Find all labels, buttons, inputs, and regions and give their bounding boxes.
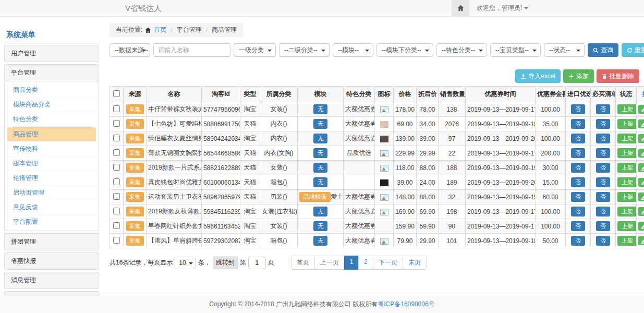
row-checkbox[interactable] xyxy=(113,178,120,185)
edit-button[interactable] xyxy=(638,192,644,201)
home-nav-button[interactable] xyxy=(452,0,469,16)
reset-button[interactable]: 重置 xyxy=(622,43,644,57)
filter-select[interactable]: --模块-- xyxy=(333,43,373,57)
select-all-checkbox[interactable] xyxy=(113,90,120,97)
filter-select[interactable]: --宝贝类型-- xyxy=(490,43,541,57)
pager-button[interactable]: 2 xyxy=(358,256,373,270)
filter-select[interactable]: --特色分类-- xyxy=(436,43,487,57)
must-buy-toggle[interactable]: 否 xyxy=(596,177,610,187)
imported-toggle[interactable]: 否 xyxy=(571,104,585,114)
sidebar-subitem[interactable]: 平台配置 xyxy=(5,215,99,229)
edit-icon xyxy=(641,122,644,127)
must-buy-toggle[interactable]: 否 xyxy=(596,134,610,143)
imported-toggle[interactable]: 否 xyxy=(571,134,585,143)
data-source-select[interactable]: --数据来源-- xyxy=(110,43,150,57)
must-buy-toggle[interactable]: 否 xyxy=(596,148,610,158)
must-buy-toggle[interactable]: 否 xyxy=(596,104,610,114)
status-button[interactable]: 上架 xyxy=(617,104,637,114)
edit-button[interactable] xyxy=(638,207,644,216)
status-button[interactable]: 上架 xyxy=(617,148,637,158)
import-excel-button[interactable]: 导入excel xyxy=(515,69,561,83)
sidebar-section-platform[interactable]: 平台管理 xyxy=(4,64,99,81)
imported-toggle[interactable]: 否 xyxy=(571,148,585,158)
must-buy-toggle[interactable]: 否 xyxy=(596,163,610,172)
column-header: 图标 xyxy=(375,87,394,102)
sidebar-subitem[interactable]: 特色分类 xyxy=(5,112,99,127)
status-button[interactable]: 上架 xyxy=(617,221,637,231)
row-checkbox[interactable] xyxy=(113,135,120,141)
add-button[interactable]: 添加 xyxy=(563,69,594,83)
row-checkbox[interactable] xyxy=(113,237,120,244)
sales-count: 188 xyxy=(446,164,457,172)
filter-select[interactable]: --模块下分类-- xyxy=(376,43,433,57)
pager-button[interactable]: 首页 xyxy=(291,256,315,270)
name-search-input[interactable] xyxy=(153,43,230,57)
filter-select[interactable]: --二级分类-- xyxy=(279,43,330,57)
sidebar-section[interactable]: 消息管理 xyxy=(4,272,99,289)
sidebar-subitem[interactable]: 意见反馈 xyxy=(5,200,99,215)
row-checkbox[interactable] xyxy=(113,105,120,112)
row-checkbox[interactable] xyxy=(113,193,120,200)
pager-button[interactable]: 末页 xyxy=(403,256,427,270)
status-button[interactable]: 上架 xyxy=(617,177,637,187)
sidebar-section[interactable]: 拼团管理 xyxy=(4,233,99,250)
edit-button[interactable] xyxy=(638,119,644,128)
sidebar-subitem[interactable]: 宣传物料 xyxy=(5,142,99,156)
must-buy-toggle[interactable]: 否 xyxy=(596,192,610,201)
status-button[interactable]: 上架 xyxy=(617,119,637,128)
source-badge: 采集 xyxy=(126,104,144,114)
must-buy-toggle[interactable]: 否 xyxy=(596,236,610,245)
edit-button[interactable] xyxy=(638,163,644,172)
status-button[interactable]: 上架 xyxy=(617,134,637,143)
breadcrumb-home[interactable]: 首页 xyxy=(154,26,166,34)
feature-category: 大额优惠券 xyxy=(345,222,375,230)
sidebar-subitem[interactable]: 轮播管理 xyxy=(5,171,99,186)
imported-toggle[interactable]: 否 xyxy=(571,236,585,245)
icp-link[interactable]: 粤ICP备16098006号 xyxy=(378,300,434,308)
edit-button[interactable] xyxy=(638,134,644,143)
search-button[interactable]: 查询 xyxy=(588,43,618,57)
must-buy-toggle[interactable]: 否 xyxy=(596,207,610,216)
sidebar-subitem[interactable]: 版本管理 xyxy=(5,156,99,171)
imported-toggle[interactable]: 否 xyxy=(571,119,585,128)
jump-button[interactable]: 跳转到 xyxy=(213,256,238,269)
user-menu[interactable]: 欢迎您，管理员! xyxy=(469,0,536,16)
pager-button[interactable]: 上一页 xyxy=(314,256,345,270)
must-buy-toggle[interactable]: 否 xyxy=(596,119,610,128)
sidebar-subitem[interactable]: 商品分类 xyxy=(5,83,99,98)
pager-button[interactable]: 下一页 xyxy=(373,256,403,270)
must-buy-toggle[interactable]: 否 xyxy=(596,221,610,231)
row-checkbox[interactable] xyxy=(113,208,120,214)
status-button[interactable]: 上架 xyxy=(617,236,637,245)
filter-select[interactable]: --状态-- xyxy=(544,43,585,57)
edit-icon xyxy=(641,136,644,141)
status-button[interactable]: 上架 xyxy=(617,163,637,172)
jump-page-input[interactable] xyxy=(248,257,266,269)
edit-button[interactable] xyxy=(638,222,644,231)
batch-delete-button[interactable]: 批量删除 xyxy=(597,69,639,83)
imported-toggle[interactable]: 否 xyxy=(571,177,585,187)
imported-toggle[interactable]: 否 xyxy=(571,192,585,201)
edit-button[interactable] xyxy=(638,236,644,245)
edit-button[interactable] xyxy=(638,178,644,187)
row-checkbox[interactable] xyxy=(113,222,120,229)
sidebar-section[interactable]: 省惠快报 xyxy=(4,252,99,270)
sidebar-subitem[interactable]: 启动页管理 xyxy=(5,186,99,200)
filter-select[interactable]: 一级分类 xyxy=(234,43,276,57)
pager-button[interactable]: 1 xyxy=(344,256,359,270)
status-button[interactable]: 上架 xyxy=(617,207,637,216)
imported-toggle[interactable]: 否 xyxy=(571,163,585,172)
row-checkbox[interactable] xyxy=(113,149,120,156)
row-checkbox[interactable] xyxy=(113,164,120,171)
edit-button[interactable] xyxy=(638,105,644,114)
sidebar-subitem[interactable]: 商品管理 xyxy=(7,127,96,141)
edit-icon xyxy=(641,224,644,229)
per-page-select[interactable]: 10 xyxy=(175,257,196,269)
status-button[interactable]: 上架 xyxy=(617,192,637,201)
sidebar-section-user[interactable]: 用户管理 xyxy=(4,45,99,62)
edit-button[interactable] xyxy=(638,149,644,158)
imported-toggle[interactable]: 否 xyxy=(571,221,585,231)
imported-toggle[interactable]: 否 xyxy=(571,207,585,216)
sidebar-subitem[interactable]: 模块商品分类 xyxy=(5,98,99,112)
row-checkbox[interactable] xyxy=(113,120,120,127)
